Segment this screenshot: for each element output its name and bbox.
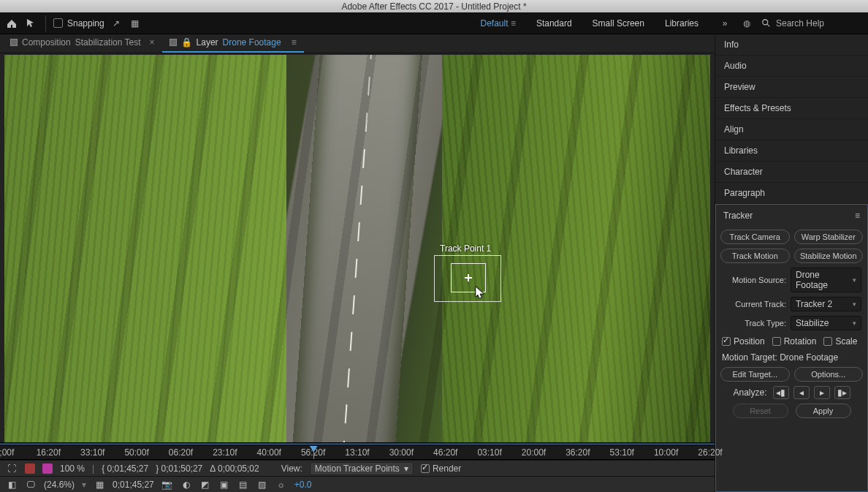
tracker-title: Tracker [723, 211, 753, 221]
duration-value: Δ 0;00;05;02 [210, 463, 259, 474]
region-icon[interactable]: ▣ [218, 479, 230, 491]
current-time-indicator[interactable] [313, 446, 314, 459]
red-swatch-icon[interactable] [25, 463, 35, 474]
snapping-opts-icon[interactable]: ↗ [109, 16, 123, 31]
tab-menu-icon[interactable]: ≡ [292, 37, 297, 48]
mouse-cursor-icon [475, 286, 485, 301]
render-checkbox[interactable] [421, 464, 430, 473]
panel-align[interactable]: Align [715, 119, 868, 140]
alpha-icon[interactable]: ◧ [6, 479, 18, 491]
ruler-tick: 03:10f [477, 447, 501, 458]
layer-viewer[interactable]: Track Point 1 [4, 55, 710, 442]
tab-composition-name: Stabilization Test [75, 37, 141, 48]
sync-settings-icon[interactable]: ◍ [739, 16, 754, 31]
view-mode-select[interactable]: Motion Tracker Points ▾ [310, 462, 414, 475]
composition-icon [10, 39, 18, 46]
zoom-value[interactable]: (24.6%) [44, 480, 75, 490]
rotation-checkbox[interactable] [772, 337, 781, 346]
home-tool-icon[interactable] [4, 16, 19, 31]
current-track-value: Tracker 2 [796, 299, 832, 309]
snapping-toggle[interactable]: Snapping ↗ ▦ [53, 16, 142, 31]
person-icon[interactable]: ⛶ [6, 463, 18, 474]
render-toggle[interactable]: Render [421, 463, 461, 474]
snapping-checkbox[interactable] [53, 18, 63, 28]
main-toolbar: Snapping ↗ ▦ Default Standard Small Scre… [0, 12, 868, 34]
panel-libraries[interactable]: Libraries [715, 140, 868, 162]
track-search-region[interactable] [434, 255, 501, 302]
mask-icon[interactable]: ◩ [199, 479, 211, 491]
snapshot-icon[interactable]: 📷 [161, 479, 173, 491]
snapping-grid-icon[interactable]: ▦ [128, 16, 142, 31]
search-icon [761, 18, 772, 29]
edit-target-button[interactable]: Edit Target... [720, 367, 790, 382]
grid-icon[interactable]: ▦ [94, 479, 105, 491]
current-track-select[interactable]: Tracker 2 ▾ [791, 297, 861, 311]
panel-effects-presets[interactable]: Effects & Presets [715, 98, 868, 119]
view-mode-value: Motion Tracker Points [315, 463, 400, 474]
apply-button[interactable]: Apply [796, 404, 851, 418]
workspace-default[interactable]: Default [481, 18, 516, 29]
analyze-forward-button[interactable]: ▸ [814, 386, 830, 399]
position-toggle[interactable]: Position [722, 336, 765, 347]
position-checkbox[interactable] [722, 337, 731, 346]
panel-audio[interactable]: Audio [715, 56, 868, 77]
workspace-small-screen[interactable]: Small Screen [593, 18, 644, 29]
motion-source-select[interactable]: Drone Footage ▾ [791, 268, 861, 292]
current-time[interactable]: 0;01;45;27 [113, 480, 154, 490]
options-button[interactable]: Options... [794, 367, 864, 382]
transparency-icon[interactable]: ▨ [256, 479, 268, 491]
in-time[interactable]: 0;01;45;27 [107, 463, 149, 474]
panel-preview[interactable]: Preview [715, 77, 868, 98]
stabilize-motion-button[interactable]: Stabilize Motion [794, 249, 864, 263]
ruler-tick: 06:20f [169, 447, 193, 458]
viewer-footer: ⛶ 100 % | { 0;01;45;27 } 0;01;50;27 Δ 0;… [0, 460, 715, 476]
side-panels: Info Audio Preview Effects & Presets Ali… [715, 34, 868, 492]
track-attach-point-icon[interactable] [465, 274, 472, 281]
snapping-label: Snapping [67, 18, 104, 29]
magenta-swatch-icon[interactable] [42, 463, 53, 474]
analyze-backward-button[interactable]: ◂ [793, 386, 810, 399]
search-help[interactable]: Search Help [761, 18, 864, 29]
workspace-libraries[interactable]: Libraries [665, 18, 698, 29]
ruler-tick: 40:00f [257, 447, 281, 458]
tab-layer-prefix: Layer [197, 37, 218, 48]
scale-toggle[interactable]: Scale [823, 336, 857, 347]
tab-composition[interactable]: Composition Stabilization Test × [3, 34, 162, 53]
panel-info[interactable]: Info [715, 34, 868, 56]
ruler-tick: 53:10f [610, 447, 634, 458]
current-track-label: Current Track: [722, 300, 786, 309]
tracker-menu-icon[interactable]: ≡ [855, 211, 860, 221]
tab-close-icon[interactable]: × [150, 37, 155, 48]
overflow-icon[interactable]: » [717, 16, 732, 31]
guides-icon[interactable]: ▤ [237, 479, 249, 491]
render-label: Render [433, 463, 461, 474]
chevron-down-icon: ▾ [853, 319, 856, 327]
analyze-step-back-button[interactable]: ◂▮ [773, 386, 789, 399]
channels-icon[interactable]: ◐ [180, 479, 192, 491]
ruler-tick: 20:00f [522, 447, 546, 458]
tab-layer[interactable]: 🔒 Layer Drone Footage ≡ [162, 34, 304, 53]
warp-stabilizer-button[interactable]: Warp Stabilizer [794, 230, 864, 244]
panel-character[interactable]: Character [715, 162, 868, 183]
monitor-icon[interactable]: 🖵 [25, 479, 37, 491]
scale-checkbox[interactable] [823, 337, 832, 346]
rotation-label: Rotation [784, 336, 817, 347]
analyze-step-forward-button[interactable]: ▮▸ [834, 386, 850, 399]
chevron-down-icon: ▾ [404, 463, 408, 474]
track-type-value: Stabilize [796, 318, 829, 328]
rotation-toggle[interactable]: Rotation [772, 336, 817, 347]
out-time[interactable]: 0;01;50;27 [161, 463, 203, 474]
ruler-tick: 46:20f [433, 447, 457, 458]
track-camera-button[interactable]: Track Camera [720, 230, 790, 244]
track-motion-button[interactable]: Track Motion [720, 249, 790, 263]
track-point[interactable]: Track Point 1 [434, 243, 501, 302]
exposure-value[interactable]: +0.0 [294, 480, 312, 490]
title-bar: Adobe After Effects CC 2017 - Untitled P… [0, 0, 868, 12]
exposure-icon[interactable]: ☼ [275, 479, 287, 491]
time-ruler[interactable]: 0;00f16:20f33:10f50:00f06:20f23:10f40:00… [0, 445, 715, 460]
workspace-standard[interactable]: Standard [536, 18, 572, 29]
resolution-value[interactable]: 100 % [60, 463, 85, 474]
track-type-select[interactable]: Stabilize ▾ [791, 316, 861, 330]
selection-tool-icon[interactable] [23, 16, 38, 31]
panel-paragraph[interactable]: Paragraph [715, 183, 868, 204]
